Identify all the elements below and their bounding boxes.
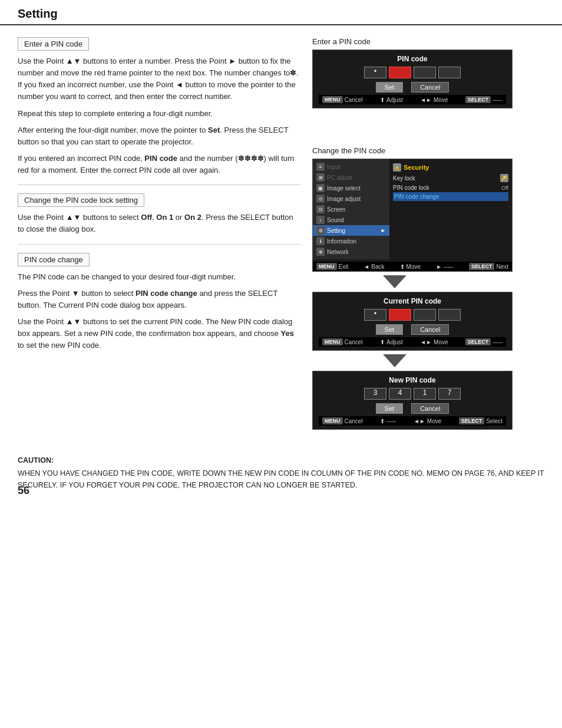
page-header: Setting — [0, 0, 562, 25]
current-pin-buttons-row: Set Cancel — [319, 324, 506, 335]
new-status-select-item: SELECT Select — [459, 417, 503, 424]
current-pin-statusbar: MENU Cancel ⬆ Adjust ◄► Move SELECT ----… — [319, 337, 506, 347]
current-pin-fields-row: • — [319, 309, 506, 321]
menu-pc-adjust-label: PC adjust — [327, 174, 352, 181]
cur-status-select-label: ----- — [492, 339, 503, 345]
cur-pin-cancel-button[interactable]: Cancel — [411, 324, 449, 335]
image-select-icon: ▦ — [316, 184, 325, 192]
sec-status-back-item: ◄ Back — [363, 263, 384, 270]
page-number: 56 — [18, 485, 29, 497]
new-pin-set-button[interactable]: Set — [376, 403, 404, 414]
sec-move-arrow: ⬆ — [400, 263, 405, 270]
menu-network-label: Network — [327, 249, 349, 255]
sec-status-dash-item: ► ----- — [436, 263, 454, 270]
pin-code-change-box: PIN code change — [18, 253, 90, 266]
cur-status-move-label: Move — [434, 339, 448, 345]
enter-pin-text1: Use the Point ▲▼ buttons to enter a numb… — [18, 55, 300, 103]
pin-statusbar: MENU Cancel ⬆ Adjust ◄► Move SELECT ----… — [319, 95, 506, 104]
pin-lock-label: PIN code lock — [393, 185, 429, 191]
status-adjust-item: ⬆ Adjust — [380, 96, 403, 103]
pin-code-change-texts: The PIN code can be changed to your desi… — [18, 271, 300, 352]
new-move-arrow: ◄► — [414, 418, 425, 424]
sec-row-pin-change[interactable]: PIN code change — [393, 192, 508, 201]
cur-status-cancel-label: Cancel — [345, 339, 363, 345]
status-cancel-item: MENU Cancel — [322, 96, 363, 103]
bottom-section: CAUTION: WHEN YOU HAVE CHANGED THE PIN C… — [0, 454, 562, 509]
cur-select-icon: SELECT — [465, 338, 491, 345]
enter-pin-box: Enter a PIN code — [18, 37, 89, 51]
menu-screen-label: Screen — [327, 206, 346, 213]
menu-image-adjust: ⊙ Image adjust — [313, 193, 389, 204]
menu-network: ⊕ Network — [313, 246, 389, 257]
cur-pin-field-1 — [389, 309, 411, 321]
pin-field-1 — [389, 67, 411, 78]
right-arrow-sec: ► — [436, 263, 442, 270]
pin-field-0: • — [364, 67, 386, 78]
new-status-dash-item: ⬆ ----- — [380, 417, 396, 424]
sec-status-back-label: Back — [371, 263, 384, 270]
menu-information: ℹ Information — [313, 236, 389, 246]
adjust-arrow: ⬆ — [380, 97, 385, 103]
keylock-icon: 🔑 — [500, 174, 508, 182]
sec-row-keylock: Key lock 🔑 — [393, 173, 508, 183]
rc-label-change-pin: Change the PIN code — [312, 146, 530, 155]
enter-pin-text2: Repeat this step to complete entering a … — [18, 108, 300, 120]
select-next-icon: SELECT — [469, 263, 495, 270]
caution-block: CAUTION: WHEN YOU HAVE CHANGED THE PIN C… — [18, 454, 544, 491]
new-status-cancel-item: MENU Cancel — [322, 417, 363, 424]
enter-pin-text4: If you entered an incorrect PIN code, PI… — [18, 153, 300, 176]
status-cancel-label: Cancel — [345, 97, 363, 103]
cur-pin-field-2 — [414, 309, 436, 321]
back-arrow: ◄ — [363, 263, 369, 270]
divider-1 — [18, 185, 300, 185]
sec-row-pin-lock: PIN code lock Off — [393, 183, 508, 192]
pin-set-button[interactable]: Set — [376, 82, 404, 93]
menu-information-label: Information — [327, 238, 356, 245]
sec-status-dash-label: ----- — [444, 263, 454, 270]
security-right-panel: 🔒 Security Key lock 🔑 PIN code lock Off … — [389, 159, 512, 259]
menu-input: ≡ Input — [313, 162, 389, 172]
caution-title: CAUTION: — [18, 454, 544, 466]
new-menu-icon: MENU — [322, 417, 343, 424]
enter-pin-text1-para: Use the Point ▲▼ buttons to enter a numb… — [18, 55, 300, 176]
new-pin-title: New PIN code — [319, 376, 506, 384]
sound-icon: ♪ — [316, 216, 325, 224]
setting-arrow: ► — [381, 228, 386, 233]
setting-icon: ⚙ — [316, 226, 325, 235]
pin-buttons-row: Set Cancel — [319, 82, 506, 93]
change-pin-lock-text: Use the Point ▲▼ buttons to select Off, … — [18, 212, 300, 235]
menu-image-select: ▦ Image select — [313, 183, 389, 193]
security-title: 🔒 Security — [393, 162, 508, 173]
sec-status-exit-label: Exit — [339, 263, 349, 270]
new-dash-arrow: ⬆ — [380, 418, 385, 424]
enter-pin-text3: After entering the four-digit number, mo… — [18, 124, 300, 148]
pin-fields-row: • — [319, 67, 506, 78]
new-pin-statusbar: MENU Cancel ⬆ ----- ◄► Move SELECT Selec… — [319, 416, 506, 426]
cur-pin-field-3 — [438, 309, 461, 321]
pin-dialog-title: PIN code — [319, 55, 506, 63]
arrow-down-icon-1 — [383, 275, 406, 288]
pin-cancel-button[interactable]: Cancel — [411, 82, 449, 93]
arrow-down-2 — [383, 354, 530, 367]
menu-image-select-label: Image select — [327, 185, 361, 192]
menu-setting[interactable]: ⚙ Setting ► — [313, 225, 389, 236]
new-pin-cancel-button[interactable]: Cancel — [411, 403, 449, 414]
move-arrow: ◄► — [420, 97, 432, 103]
current-pin-dialog: Current PIN code • Set Cancel MENU Cance… — [312, 292, 513, 351]
sec-status-exit-item: MENU Exit — [316, 263, 348, 270]
new-status-move-item: ◄► Move — [414, 417, 441, 424]
keylock-label: Key lock — [393, 175, 415, 182]
pin-lock-status: Off — [501, 185, 508, 191]
cur-status-cancel-item: MENU Cancel — [322, 338, 363, 345]
current-pin-title: Current PIN code — [319, 297, 506, 305]
cur-pin-set-button[interactable]: Set — [376, 324, 404, 335]
sec-status-move-label: Move — [406, 263, 421, 270]
new-status-cancel-label: Cancel — [345, 418, 363, 424]
new-select-icon: SELECT — [459, 417, 485, 424]
cur-move-arrow: ◄► — [420, 339, 432, 345]
info-icon: ℹ — [316, 237, 325, 245]
new-pin-fields-row: 3 4 1 7 — [319, 388, 506, 400]
cur-status-adjust-label: Adjust — [386, 339, 403, 345]
status-move-label: Move — [434, 97, 448, 103]
new-status-dash-label: ----- — [386, 418, 396, 424]
